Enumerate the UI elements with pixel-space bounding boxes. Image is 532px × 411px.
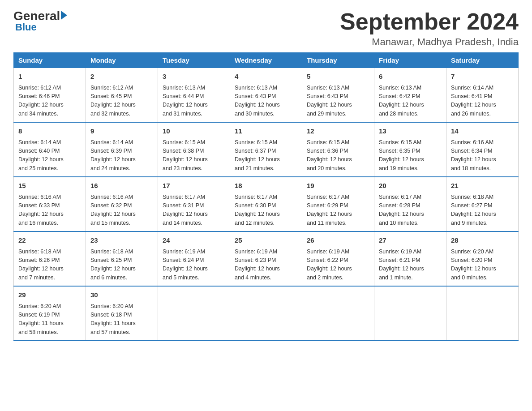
day-info: Sunrise: 6:20 AMSunset: 6:19 PMDaylight:… (18, 302, 81, 337)
day-info: Sunrise: 6:12 AMSunset: 6:45 PMDaylight:… (90, 84, 153, 119)
day-number: 14 (451, 126, 514, 137)
calendar-cell: 20Sunrise: 6:17 AMSunset: 6:28 PMDayligh… (374, 177, 446, 231)
day-number: 12 (307, 126, 369, 137)
day-info: Sunrise: 6:15 AMSunset: 6:36 PMDaylight:… (307, 138, 369, 173)
day-info: Sunrise: 6:17 AMSunset: 6:29 PMDaylight:… (307, 193, 369, 228)
header-tuesday: Tuesday (158, 53, 230, 68)
day-info: Sunrise: 6:15 AMSunset: 6:38 PMDaylight:… (163, 138, 225, 173)
day-number: 5 (307, 72, 369, 82)
calendar-cell: 12Sunrise: 6:15 AMSunset: 6:36 PMDayligh… (302, 122, 374, 177)
calendar-cell: 2Sunrise: 6:12 AMSunset: 6:45 PMDaylight… (86, 68, 158, 123)
day-info: Sunrise: 6:17 AMSunset: 6:31 PMDaylight:… (163, 193, 225, 228)
title-container: September 2024 Manawar, Madhya Pradesh, … (340, 9, 519, 48)
calendar-cell: 23Sunrise: 6:18 AMSunset: 6:25 PMDayligh… (86, 231, 158, 286)
calendar-cell: 4Sunrise: 6:13 AMSunset: 6:43 PMDaylight… (230, 68, 302, 123)
header-wednesday: Wednesday (230, 53, 302, 68)
calendar-cell: 22Sunrise: 6:18 AMSunset: 6:26 PMDayligh… (14, 231, 86, 286)
calendar-cell: 6Sunrise: 6:13 AMSunset: 6:42 PMDaylight… (374, 68, 446, 123)
day-number: 16 (90, 181, 153, 191)
header-monday: Monday (86, 53, 158, 68)
calendar-cell: 30Sunrise: 6:20 AMSunset: 6:18 PMDayligh… (86, 286, 158, 341)
day-number: 21 (451, 181, 514, 191)
day-info: Sunrise: 6:19 AMSunset: 6:24 PMDaylight:… (163, 248, 225, 283)
day-info: Sunrise: 6:17 AMSunset: 6:30 PMDaylight:… (235, 193, 297, 228)
calendar-cell (446, 286, 519, 341)
day-number: 9 (90, 126, 153, 137)
week-row-3: 15Sunrise: 6:16 AMSunset: 6:33 PMDayligh… (14, 177, 519, 231)
day-number: 10 (163, 126, 225, 137)
day-info: Sunrise: 6:19 AMSunset: 6:22 PMDaylight:… (307, 248, 369, 283)
header-thursday: Thursday (302, 53, 374, 68)
page-header: General Blue September 2024 Manawar, Mad… (13, 9, 519, 48)
calendar-cell: 21Sunrise: 6:18 AMSunset: 6:27 PMDayligh… (446, 177, 519, 231)
calendar-title: September 2024 (340, 9, 519, 34)
day-number: 19 (307, 181, 369, 191)
week-row-2: 8Sunrise: 6:14 AMSunset: 6:40 PMDaylight… (14, 122, 519, 177)
weekday-header-row: Sunday Monday Tuesday Wednesday Thursday… (14, 53, 519, 68)
calendar-cell: 17Sunrise: 6:17 AMSunset: 6:31 PMDayligh… (158, 177, 230, 231)
calendar-cell: 3Sunrise: 6:13 AMSunset: 6:44 PMDaylight… (158, 68, 230, 123)
calendar-cell: 24Sunrise: 6:19 AMSunset: 6:24 PMDayligh… (158, 231, 230, 286)
calendar-cell: 15Sunrise: 6:16 AMSunset: 6:33 PMDayligh… (14, 177, 86, 231)
day-number: 18 (235, 181, 297, 191)
calendar-cell: 18Sunrise: 6:17 AMSunset: 6:30 PMDayligh… (230, 177, 302, 231)
day-info: Sunrise: 6:13 AMSunset: 6:42 PMDaylight:… (379, 84, 442, 119)
calendar-cell: 16Sunrise: 6:16 AMSunset: 6:32 PMDayligh… (86, 177, 158, 231)
logo: General Blue (13, 9, 67, 33)
day-number: 6 (379, 72, 442, 82)
calendar-cell (230, 286, 302, 341)
day-info: Sunrise: 6:13 AMSunset: 6:43 PMDaylight:… (235, 84, 297, 119)
calendar-cell (158, 286, 230, 341)
day-number: 25 (235, 235, 297, 246)
day-number: 11 (235, 126, 297, 137)
calendar-subtitle: Manawar, Madhya Pradesh, India (340, 36, 519, 48)
calendar-cell: 10Sunrise: 6:15 AMSunset: 6:38 PMDayligh… (158, 122, 230, 177)
day-info: Sunrise: 6:16 AMSunset: 6:32 PMDaylight:… (90, 193, 153, 228)
header-saturday: Saturday (446, 53, 519, 68)
day-info: Sunrise: 6:14 AMSunset: 6:40 PMDaylight:… (18, 138, 81, 173)
day-info: Sunrise: 6:12 AMSunset: 6:46 PMDaylight:… (18, 84, 81, 119)
calendar-cell: 5Sunrise: 6:13 AMSunset: 6:43 PMDaylight… (302, 68, 374, 123)
week-row-5: 29Sunrise: 6:20 AMSunset: 6:19 PMDayligh… (14, 286, 519, 341)
day-number: 26 (307, 235, 369, 246)
day-info: Sunrise: 6:19 AMSunset: 6:21 PMDaylight:… (379, 248, 442, 283)
logo-sub: Blue (15, 21, 37, 33)
calendar-cell: 26Sunrise: 6:19 AMSunset: 6:22 PMDayligh… (302, 231, 374, 286)
header-sunday: Sunday (14, 53, 86, 68)
day-number: 7 (451, 72, 514, 82)
day-info: Sunrise: 6:16 AMSunset: 6:33 PMDaylight:… (18, 193, 81, 228)
day-number: 24 (163, 235, 225, 246)
calendar-cell: 13Sunrise: 6:15 AMSunset: 6:35 PMDayligh… (374, 122, 446, 177)
day-info: Sunrise: 6:14 AMSunset: 6:39 PMDaylight:… (90, 138, 153, 173)
day-number: 8 (18, 126, 81, 137)
day-info: Sunrise: 6:20 AMSunset: 6:20 PMDaylight:… (451, 248, 514, 283)
day-number: 4 (235, 72, 297, 82)
week-row-1: 1Sunrise: 6:12 AMSunset: 6:46 PMDaylight… (14, 68, 519, 123)
day-info: Sunrise: 6:13 AMSunset: 6:44 PMDaylight:… (163, 84, 225, 119)
day-number: 20 (379, 181, 442, 191)
calendar-cell (302, 286, 374, 341)
week-row-4: 22Sunrise: 6:18 AMSunset: 6:26 PMDayligh… (14, 231, 519, 286)
day-number: 1 (18, 72, 81, 82)
calendar-cell: 11Sunrise: 6:15 AMSunset: 6:37 PMDayligh… (230, 122, 302, 177)
day-number: 30 (90, 290, 153, 300)
day-number: 2 (90, 72, 153, 82)
calendar-cell: 9Sunrise: 6:14 AMSunset: 6:39 PMDaylight… (86, 122, 158, 177)
day-number: 27 (379, 235, 442, 246)
day-info: Sunrise: 6:13 AMSunset: 6:43 PMDaylight:… (307, 84, 369, 119)
day-info: Sunrise: 6:16 AMSunset: 6:34 PMDaylight:… (451, 138, 514, 173)
calendar-cell: 29Sunrise: 6:20 AMSunset: 6:19 PMDayligh… (14, 286, 86, 341)
day-info: Sunrise: 6:20 AMSunset: 6:18 PMDaylight:… (90, 302, 153, 337)
calendar-cell (374, 286, 446, 341)
day-info: Sunrise: 6:18 AMSunset: 6:27 PMDaylight:… (451, 193, 514, 228)
day-number: 15 (18, 181, 81, 191)
day-info: Sunrise: 6:19 AMSunset: 6:23 PMDaylight:… (235, 248, 297, 283)
day-info: Sunrise: 6:15 AMSunset: 6:37 PMDaylight:… (235, 138, 297, 173)
day-info: Sunrise: 6:14 AMSunset: 6:41 PMDaylight:… (451, 84, 514, 119)
day-number: 28 (451, 235, 514, 246)
calendar-cell: 7Sunrise: 6:14 AMSunset: 6:41 PMDaylight… (446, 68, 519, 123)
calendar-cell: 19Sunrise: 6:17 AMSunset: 6:29 PMDayligh… (302, 177, 374, 231)
calendar-cell: 25Sunrise: 6:19 AMSunset: 6:23 PMDayligh… (230, 231, 302, 286)
day-info: Sunrise: 6:17 AMSunset: 6:28 PMDaylight:… (379, 193, 442, 228)
calendar-cell: 14Sunrise: 6:16 AMSunset: 6:34 PMDayligh… (446, 122, 519, 177)
